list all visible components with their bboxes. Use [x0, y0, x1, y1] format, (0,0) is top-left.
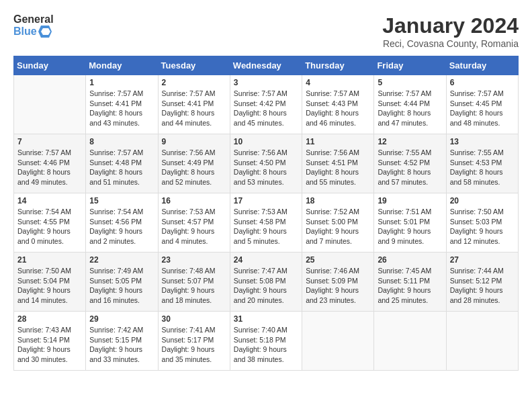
- day-info: Sunrise: 7:57 AMSunset: 4:44 PMDaylight:…: [378, 89, 442, 128]
- week-row-5: 28 Sunrise: 7:43 AMSunset: 5:14 PMDaylig…: [14, 312, 519, 371]
- day-cell-w2-d5: 12 Sunrise: 7:55 AMSunset: 4:52 PMDaylig…: [374, 134, 446, 193]
- day-cell-w1-d6: 6 Sunrise: 7:57 AMSunset: 4:45 PMDayligh…: [446, 75, 518, 134]
- day-cell-w1-d1: 1 Sunrise: 7:57 AMSunset: 4:41 PMDayligh…: [86, 75, 158, 134]
- day-number: 11: [306, 137, 370, 146]
- day-number: 23: [162, 255, 226, 265]
- day-number: 24: [234, 255, 298, 265]
- page-header: General Blue January 2024 Reci, Covasna …: [13, 13, 519, 49]
- day-info: Sunrise: 7:43 AMSunset: 5:14 PMDaylight:…: [17, 325, 82, 365]
- day-number: 9: [162, 137, 226, 146]
- logo-general: General: [13, 13, 54, 26]
- day-number: 14: [17, 196, 82, 205]
- day-number: 18: [306, 196, 370, 205]
- day-cell-w3-d2: 16 Sunrise: 7:53 AMSunset: 4:57 PMDaylig…: [158, 193, 230, 253]
- day-cell-w1-d0: [14, 75, 86, 134]
- day-info: Sunrise: 7:57 AMSunset: 4:46 PMDaylight:…: [17, 148, 82, 187]
- week-row-3: 14 Sunrise: 7:54 AMSunset: 4:55 PMDaylig…: [14, 193, 519, 253]
- day-cell-w4-d0: 21 Sunrise: 7:50 AMSunset: 5:04 PMDaylig…: [14, 253, 86, 312]
- day-cell-w3-d5: 19 Sunrise: 7:51 AMSunset: 5:01 PMDaylig…: [374, 193, 446, 253]
- day-info: Sunrise: 7:56 AMSunset: 4:49 PMDaylight:…: [162, 148, 226, 187]
- logo-blue-text: Blue: [13, 26, 37, 38]
- day-info: Sunrise: 7:45 AMSunset: 5:11 PMDaylight:…: [378, 266, 442, 306]
- day-cell-w5-d0: 28 Sunrise: 7:43 AMSunset: 5:14 PMDaylig…: [14, 312, 86, 371]
- day-number: 10: [234, 137, 298, 146]
- day-info: Sunrise: 7:48 AMSunset: 5:07 PMDaylight:…: [162, 266, 226, 306]
- day-cell-w5-d5: [374, 312, 446, 371]
- header-wednesday: Wednesday: [230, 56, 302, 75]
- day-number: 31: [234, 314, 298, 324]
- title-section: January 2024 Reci, Covasna County, Roman…: [382, 13, 519, 49]
- day-number: 19: [378, 196, 442, 205]
- location-title: Reci, Covasna County, Romania: [382, 38, 519, 49]
- day-cell-w5-d3: 31 Sunrise: 7:40 AMSunset: 5:18 PMDaylig…: [230, 312, 302, 371]
- day-cell-w4-d4: 25 Sunrise: 7:46 AMSunset: 5:09 PMDaylig…: [302, 253, 374, 312]
- day-cell-w1-d3: 3 Sunrise: 7:57 AMSunset: 4:42 PMDayligh…: [230, 75, 302, 134]
- day-info: Sunrise: 7:50 AMSunset: 5:03 PMDaylight:…: [450, 207, 515, 246]
- day-number: 30: [162, 314, 226, 324]
- weekday-header-row: Sunday Monday Tuesday Wednesday Thursday…: [14, 56, 519, 75]
- day-number: 26: [378, 255, 442, 265]
- day-info: Sunrise: 7:57 AMSunset: 4:41 PMDaylight:…: [89, 89, 154, 128]
- day-cell-w3-d1: 15 Sunrise: 7:54 AMSunset: 4:56 PMDaylig…: [86, 193, 158, 253]
- day-cell-w5-d6: [446, 312, 518, 371]
- header-sunday: Sunday: [14, 56, 86, 75]
- day-info: Sunrise: 7:44 AMSunset: 5:12 PMDaylight:…: [450, 266, 515, 306]
- logo: General Blue: [13, 13, 54, 38]
- day-number: 5: [378, 78, 442, 87]
- day-cell-w2-d4: 11 Sunrise: 7:56 AMSunset: 4:51 PMDaylig…: [302, 134, 374, 193]
- day-cell-w2-d3: 10 Sunrise: 7:56 AMSunset: 4:50 PMDaylig…: [230, 134, 302, 193]
- day-cell-w2-d1: 8 Sunrise: 7:57 AMSunset: 4:48 PMDayligh…: [86, 134, 158, 193]
- day-number: 22: [89, 255, 154, 265]
- day-info: Sunrise: 7:57 AMSunset: 4:48 PMDaylight:…: [89, 148, 154, 187]
- day-info: Sunrise: 7:56 AMSunset: 4:50 PMDaylight:…: [234, 148, 298, 187]
- logo-text-block: General Blue: [13, 13, 54, 38]
- day-cell-w4-d6: 27 Sunrise: 7:44 AMSunset: 5:12 PMDaylig…: [446, 253, 518, 312]
- day-info: Sunrise: 7:57 AMSunset: 4:45 PMDaylight:…: [450, 89, 515, 128]
- day-number: 28: [17, 314, 82, 324]
- day-cell-w1-d4: 4 Sunrise: 7:57 AMSunset: 4:43 PMDayligh…: [302, 75, 374, 134]
- week-row-4: 21 Sunrise: 7:50 AMSunset: 5:04 PMDaylig…: [14, 253, 519, 312]
- week-row-2: 7 Sunrise: 7:57 AMSunset: 4:46 PMDayligh…: [14, 134, 519, 193]
- day-info: Sunrise: 7:52 AMSunset: 5:00 PMDaylight:…: [306, 207, 370, 246]
- day-number: 29: [89, 314, 154, 324]
- day-number: 15: [89, 196, 154, 205]
- day-info: Sunrise: 7:53 AMSunset: 4:57 PMDaylight:…: [162, 207, 226, 246]
- week-row-1: 1 Sunrise: 7:57 AMSunset: 4:41 PMDayligh…: [14, 75, 519, 134]
- day-info: Sunrise: 7:57 AMSunset: 4:42 PMDaylight:…: [234, 89, 298, 128]
- day-info: Sunrise: 7:54 AMSunset: 4:55 PMDaylight:…: [17, 207, 82, 246]
- day-info: Sunrise: 7:50 AMSunset: 5:04 PMDaylight:…: [17, 266, 82, 306]
- day-cell-w3-d6: 20 Sunrise: 7:50 AMSunset: 5:03 PMDaylig…: [446, 193, 518, 253]
- month-title: January 2024: [382, 13, 519, 38]
- header-monday: Monday: [86, 56, 158, 75]
- day-cell-w4-d5: 26 Sunrise: 7:45 AMSunset: 5:11 PMDaylig…: [374, 253, 446, 312]
- day-number: 12: [378, 137, 442, 146]
- header-thursday: Thursday: [302, 56, 374, 75]
- day-info: Sunrise: 7:54 AMSunset: 4:56 PMDaylight:…: [89, 207, 154, 246]
- day-number: 4: [306, 78, 370, 87]
- day-cell-w5-d2: 30 Sunrise: 7:41 AMSunset: 5:17 PMDaylig…: [158, 312, 230, 371]
- day-info: Sunrise: 7:55 AMSunset: 4:53 PMDaylight:…: [450, 148, 515, 187]
- day-number: 25: [306, 255, 370, 265]
- day-number: 20: [450, 196, 515, 205]
- day-cell-w4-d2: 23 Sunrise: 7:48 AMSunset: 5:07 PMDaylig…: [158, 253, 230, 312]
- day-cell-w2-d6: 13 Sunrise: 7:55 AMSunset: 4:53 PMDaylig…: [446, 134, 518, 193]
- day-number: 7: [17, 137, 82, 146]
- day-number: 2: [162, 78, 226, 87]
- header-friday: Friday: [374, 56, 446, 75]
- header-saturday: Saturday: [446, 56, 518, 75]
- day-cell-w5-d4: [302, 312, 374, 371]
- day-info: Sunrise: 7:57 AMSunset: 4:43 PMDaylight:…: [306, 89, 370, 128]
- day-number: 17: [234, 196, 298, 205]
- day-info: Sunrise: 7:51 AMSunset: 5:01 PMDaylight:…: [378, 207, 442, 246]
- day-info: Sunrise: 7:47 AMSunset: 5:08 PMDaylight:…: [234, 266, 298, 306]
- day-cell-w2-d0: 7 Sunrise: 7:57 AMSunset: 4:46 PMDayligh…: [14, 134, 86, 193]
- day-cell-w2-d2: 9 Sunrise: 7:56 AMSunset: 4:49 PMDayligh…: [158, 134, 230, 193]
- day-cell-w1-d5: 5 Sunrise: 7:57 AMSunset: 4:44 PMDayligh…: [374, 75, 446, 134]
- day-info: Sunrise: 7:57 AMSunset: 4:41 PMDaylight:…: [162, 89, 226, 128]
- day-info: Sunrise: 7:41 AMSunset: 5:17 PMDaylight:…: [162, 325, 226, 365]
- day-info: Sunrise: 7:40 AMSunset: 5:18 PMDaylight:…: [234, 325, 298, 365]
- day-cell-w1-d2: 2 Sunrise: 7:57 AMSunset: 4:41 PMDayligh…: [158, 75, 230, 134]
- day-cell-w3-d3: 17 Sunrise: 7:53 AMSunset: 4:58 PMDaylig…: [230, 193, 302, 253]
- day-number: 27: [450, 255, 515, 265]
- day-cell-w3-d4: 18 Sunrise: 7:52 AMSunset: 5:00 PMDaylig…: [302, 193, 374, 253]
